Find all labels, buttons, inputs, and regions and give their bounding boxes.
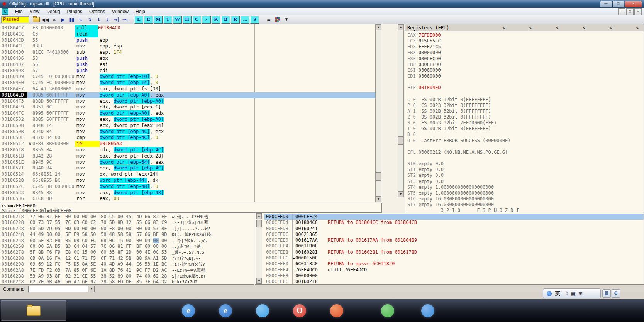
- pane-letter-button[interactable]: W: [173, 16, 182, 24]
- menu-item[interactable]: View: [26, 8, 43, 15]
- register-line[interactable]: [407, 91, 644, 97]
- minimize-button[interactable]: —: [600, 1, 612, 7]
- stack-row[interactable]: 000CFED4001804CCRETURN to 001804CC from …: [264, 220, 644, 225]
- register-line[interactable]: ST0 empty 0.0: [407, 161, 644, 167]
- step-over-button[interactable]: ↴: [85, 16, 94, 23]
- stack-row[interactable]: 000CFEDC00021365: [264, 232, 644, 237]
- register-line[interactable]: ST5 empty 1.0000000000000000000: [407, 190, 644, 196]
- register-line[interactable]: ST3 empty 0.0: [407, 179, 644, 185]
- ime-language-indicator[interactable]: 英: [555, 290, 560, 297]
- stack-scroll-thumb[interactable]: [256, 220, 262, 227]
- pause-button[interactable]: ▮▮: [68, 16, 76, 23]
- pane-letter-button[interactable]: C: [192, 16, 201, 24]
- taskbar-item[interactable]: O: [286, 300, 314, 321]
- mdi-child-button[interactable]: ×: [634, 8, 642, 15]
- register-line[interactable]: [407, 155, 644, 161]
- dump-row[interactable]: 0016021877 06 81 EE00 00 00 0080 C5 00 4…: [0, 214, 254, 220]
- disasm-row[interactable]: 001804E764:A1 30000000moveax, dword ptr …: [0, 86, 375, 92]
- menu-item[interactable]: Plugins: [64, 8, 86, 15]
- register-line[interactable]: Z 0 DS 002B 32bit 0(FFFFFFFF): [407, 114, 644, 120]
- stack-row[interactable]: 000CFEFC00160218: [264, 279, 644, 285]
- disasm-row[interactable]: 001805028B85 60FFFFFFmoveax, dword ptr […: [0, 117, 375, 123]
- stack-row[interactable]: 000CFEE800160281RETURN to 00160281 from …: [264, 249, 644, 255]
- disasm-row[interactable]: 001804ED8985 60FFFFFFmovdword ptr [ebp-A…: [0, 92, 375, 98]
- register-line[interactable]: EAX 7EFDE000: [407, 32, 644, 38]
- register-line[interactable]: T 0 GS 002B 32bit 0(FFFFFFFF): [407, 126, 644, 132]
- taskbar-item-explorer[interactable]: [1, 300, 66, 321]
- close-button[interactable]: ×: [625, 1, 642, 7]
- step-into-button[interactable]: ↳: [76, 16, 85, 23]
- dump-row[interactable]: 001602B853 A9 93 8F02 31 CE 5538 52 89 8…: [0, 273, 254, 279]
- register-line[interactable]: [407, 144, 644, 149]
- menu-item[interactable]: File: [12, 8, 26, 15]
- scroll-down-icon[interactable]: ▼: [376, 196, 381, 202]
- disasm-row[interactable]: 001804CE8BECmovebp, esp: [0, 43, 375, 49]
- menu-item[interactable]: Options: [86, 8, 108, 15]
- stack-row[interactable]: 000CFEF800000000: [264, 273, 644, 279]
- dump-row[interactable]: 0016025800 5F 83 E805 0B C0 FC68 0C 15 0…: [0, 238, 254, 244]
- ime-icon[interactable]: ☽: [564, 291, 568, 297]
- ime-icon[interactable]: ⊞: [578, 291, 583, 297]
- disasm-row[interactable]: 0018051B8B42 28moveax, dword ptr [edx+28…: [0, 153, 375, 159]
- pane-letter-button[interactable]: B: [221, 16, 230, 24]
- register-line[interactable]: P 0 CS 0023 32bit 0(FFFFFFFF): [407, 103, 644, 108]
- disasm-row[interactable]: 001804D857pushedi: [0, 68, 375, 74]
- taskbar-item[interactable]: e: [212, 300, 239, 321]
- collapse-arrow-icon[interactable]: <: [610, 25, 612, 31]
- collapse-arrow-icon[interactable]: <: [503, 25, 505, 31]
- collapse-arrow-icon[interactable]: <: [636, 25, 639, 31]
- dump-row[interactable]: 001602C862 7E 6B A650 A7 6E 9728 58 FD D…: [0, 279, 254, 285]
- disasm-row[interactable]: 0018052466:8B51 24movdx, word ptr [ecx+2…: [0, 171, 375, 178]
- stack-row[interactable]: 000CFEF476FF4DCDntdll.76FF4DCD: [264, 267, 644, 273]
- run-button[interactable]: ▶: [59, 16, 67, 23]
- disasm-row[interactable]: 001804F98B51 0Cmovedx, dword ptr [ecx+C]: [0, 104, 375, 110]
- stack-row[interactable]: 000CFEE40001ED0F: [264, 243, 644, 249]
- taskbar-item[interactable]: [414, 300, 442, 321]
- pane-letter-button[interactable]: /: [202, 16, 211, 24]
- stack-scrollbar[interactable]: ▲ ▼: [256, 213, 262, 284]
- animate-into-button[interactable]: ↓: [94, 16, 103, 23]
- command-input[interactable]: ▼: [28, 286, 95, 292]
- register-line[interactable]: [407, 79, 644, 85]
- menu-item[interactable]: Window: [108, 8, 132, 15]
- disasm-row[interactable]: 001804D081EC F4010000subesp, 1F4: [0, 49, 375, 56]
- register-line[interactable]: EBP 000CFED0: [407, 62, 644, 68]
- dump-row[interactable]: 0016026800 00 6A D583 C4 04 577C 06 81 F…: [0, 244, 254, 249]
- disasm-row[interactable]: 0018052CC745 B8 0000000movdword ptr [ebp…: [0, 184, 375, 190]
- taskbar-item[interactable]: e: [175, 300, 202, 321]
- cpu-window-icon[interactable]: C: [2, 8, 8, 15]
- collapse-arrow-icon[interactable]: <: [529, 25, 532, 31]
- scroll-down-icon[interactable]: ▼: [398, 191, 403, 197]
- pane-letter-button[interactable]: M: [154, 16, 163, 24]
- disasm-row[interactable]: 001804D756pushesi: [0, 62, 375, 68]
- pane-letter-button[interactable]: ...: [241, 16, 249, 24]
- register-line[interactable]: EBX 00000000: [407, 50, 644, 56]
- taskbar-item[interactable]: [249, 300, 276, 321]
- pane-letter-button[interactable]: S: [250, 16, 259, 24]
- dump-row[interactable]: 00160288CD 0A 16 FA12 C1 71 F50F 71 42 5…: [0, 256, 254, 261]
- register-line[interactable]: S 0 FS 0053 32bit 7EFDD000(FFF): [407, 120, 644, 126]
- taskbar-item[interactable]: [374, 300, 402, 321]
- menu-item[interactable]: Debug: [43, 8, 63, 15]
- pane-letter-button[interactable]: H: [183, 16, 192, 24]
- disasm-row[interactable]: 001805188B55 B4movedx, dword ptr [ebp-4C…: [0, 147, 375, 153]
- scroll-down-icon[interactable]: ▼: [256, 278, 262, 284]
- register-line[interactable]: ST7 empty 16.000000000000000000: [407, 202, 644, 208]
- taskbar-item[interactable]: [323, 300, 351, 321]
- disasm-scrollbar[interactable]: ▲ ▼: [375, 24, 381, 202]
- close-program-button[interactable]: ×: [50, 16, 58, 23]
- registers-header[interactable]: Registers (FPU) <<<<<<: [405, 24, 644, 31]
- register-line[interactable]: ECX 815E55EC: [407, 38, 644, 44]
- stack-row[interactable]: 000CFED0000CFF24: [264, 214, 644, 220]
- disasm-row[interactable]: 0018050E837D B4 00cmpdword ptr [ebp-4C],…: [0, 135, 375, 141]
- dropdown-arrow-icon[interactable]: ▼: [88, 286, 94, 292]
- register-line[interactable]: A 1 SS 002B 32bit 0(FFFFFFFF): [407, 108, 644, 114]
- disasm-row[interactable]: 001804D9C745 F0 0000000movdword ptr [ebp…: [0, 74, 375, 80]
- scroll-up-icon[interactable]: ▲: [398, 24, 403, 30]
- dump-row[interactable]: 0016022800 73 07 557C 03 C0 C270 5D 8D 1…: [0, 220, 254, 225]
- registers-scroll-thumb[interactable]: [398, 136, 403, 145]
- register-line[interactable]: EIP 001804ED: [407, 85, 644, 91]
- disasm-row[interactable]: 001805338B45 B8moveax, dword ptr [ebp-48…: [0, 190, 375, 196]
- disasm-row[interactable]: 001804CCC3retn: [0, 31, 375, 37]
- stack-row[interactable]: 000CFEE0001617AARETURN to 001617AA from …: [264, 237, 644, 243]
